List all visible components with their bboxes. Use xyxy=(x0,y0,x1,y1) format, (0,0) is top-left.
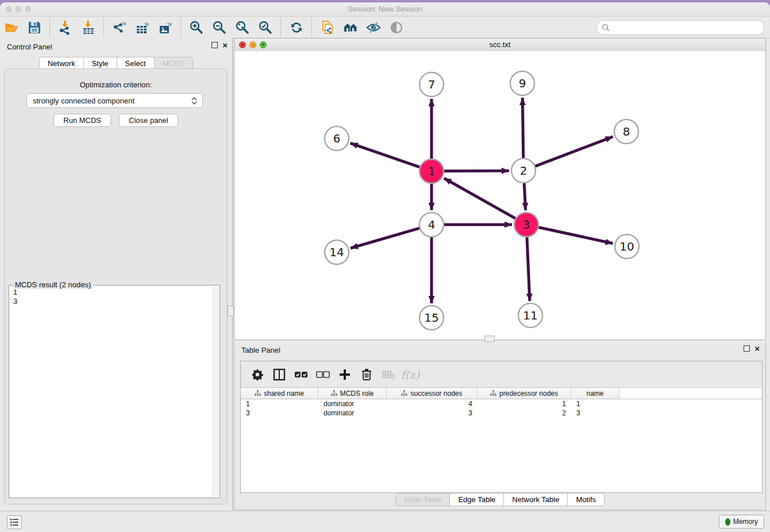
export-network-icon[interactable] xyxy=(111,19,128,36)
graph-edge-1-2[interactable] xyxy=(444,171,509,171)
float-table-panel-icon[interactable] xyxy=(744,345,750,352)
close-panel-icon[interactable]: × xyxy=(222,43,228,48)
create-column-icon[interactable] xyxy=(337,367,352,382)
result-scrollbar[interactable] xyxy=(213,286,219,497)
graph-node-3[interactable]: 3 xyxy=(514,213,538,237)
show-all-networks-icon[interactable] xyxy=(342,19,359,36)
graph-node-15[interactable]: 15 xyxy=(419,306,444,330)
table-panel-title: Table Panel xyxy=(241,346,280,354)
graph-node-9[interactable]: 9 xyxy=(510,71,534,95)
graph-node-10[interactable]: 10 xyxy=(615,234,639,259)
optimization-criterion-select[interactable]: strongly connected component xyxy=(26,93,203,108)
graph-edge-3-11[interactable] xyxy=(527,237,530,301)
close-panel-button[interactable]: Close panel xyxy=(119,114,178,127)
column-header-predecessor-nodes[interactable]: predecessor nodes xyxy=(478,388,571,399)
table-cell[interactable]: 3 xyxy=(571,409,619,417)
table-cell[interactable]: 3 xyxy=(241,409,318,417)
graph-edge-2-9[interactable] xyxy=(522,98,523,159)
search-input[interactable] xyxy=(610,22,764,33)
export-table-icon[interactable] xyxy=(134,19,151,36)
table-cell[interactable]: 1 xyxy=(571,400,619,408)
zoom-selected-icon[interactable] xyxy=(257,19,274,36)
select-stepper-icon xyxy=(188,97,202,105)
vertical-splitter-handle[interactable] xyxy=(228,306,234,316)
mcds-tab-content: Optimization criterion: strongly connect… xyxy=(4,68,228,504)
list-icon xyxy=(10,519,18,526)
optimization-criterion-label: Optimization criterion: xyxy=(5,80,227,89)
zoom-in-icon[interactable] xyxy=(188,19,205,36)
table-cell[interactable]: 2 xyxy=(478,409,571,417)
tab-network-table[interactable]: Network Table xyxy=(504,493,568,506)
table-cell[interactable]: 1 xyxy=(241,400,318,408)
table-cell[interactable]: dominator xyxy=(318,409,387,417)
table-cell[interactable]: dominator xyxy=(318,400,387,408)
table-cell[interactable]: 1 xyxy=(478,400,571,408)
graph-node-7[interactable]: 7 xyxy=(419,72,444,97)
table-cell[interactable]: 3 xyxy=(387,409,478,417)
graph-node-1[interactable]: 1 xyxy=(419,159,444,183)
show-graphics-details-icon[interactable] xyxy=(388,19,405,36)
save-session-icon[interactable] xyxy=(26,19,43,36)
application-window: Session: New Session xyxy=(0,2,770,532)
graph-node-8[interactable]: 8 xyxy=(614,119,638,144)
table-cell[interactable]: 4 xyxy=(387,400,478,408)
graph-node-4[interactable]: 4 xyxy=(419,213,444,237)
selected-criterion: strongly connected component xyxy=(27,97,188,105)
tab-edge-table[interactable]: Edge Table xyxy=(450,493,504,506)
column-header-successor-nodes[interactable]: successor nodes xyxy=(387,388,478,399)
graph-edge-2-3[interactable] xyxy=(524,183,526,210)
graph-edge-3-1[interactable] xyxy=(444,178,516,218)
apply-layout-icon[interactable] xyxy=(288,19,305,36)
desktop: Session: New Session xyxy=(0,0,770,532)
graph-edge-1-6[interactable] xyxy=(351,143,421,167)
hide-graphics-details-icon[interactable] xyxy=(365,19,382,36)
import-table-icon[interactable] xyxy=(80,19,97,36)
mcds-result-text[interactable]: 1 3 xyxy=(10,288,213,496)
network-canvas[interactable]: 1234678910111415 xyxy=(234,51,765,340)
column-header-shared-name[interactable]: shared name xyxy=(241,388,318,399)
memory-button[interactable]: Memory xyxy=(719,515,764,529)
unselect-all-columns-icon[interactable] xyxy=(315,367,330,382)
column-header-mcds-role[interactable]: MCDS role xyxy=(318,388,387,399)
network-window-titlebar: × − + scc.txt xyxy=(234,38,765,52)
delete-table-icon-disabled xyxy=(381,367,396,382)
graph-node-6[interactable]: 6 xyxy=(325,126,349,151)
show-columns-icon[interactable] xyxy=(272,367,287,382)
select-all-columns-icon[interactable] xyxy=(294,367,309,382)
svg-text:2: 2 xyxy=(520,164,528,178)
graph-edge-3-10[interactable] xyxy=(538,227,613,243)
table-body: 1dominator4113dominator323 xyxy=(241,399,762,418)
table-row[interactable]: 1dominator411 xyxy=(241,399,762,408)
graph-svg[interactable]: 1234678910111415 xyxy=(234,51,765,340)
table-toolbar: f(x) xyxy=(241,361,762,388)
graph-edge-4-14[interactable] xyxy=(351,228,420,248)
close-table-panel-icon[interactable]: × xyxy=(754,346,760,352)
svg-text:1: 1 xyxy=(428,164,436,178)
main-toolbar xyxy=(0,17,770,38)
import-network-icon[interactable] xyxy=(57,19,74,36)
toolbar-separator xyxy=(280,18,282,37)
tab-motifs[interactable]: Motifs xyxy=(568,493,605,506)
duplicate-network-icon[interactable] xyxy=(319,19,336,36)
run-mcds-button[interactable]: Run MCDS xyxy=(53,114,111,127)
table-settings-gear-icon[interactable] xyxy=(250,367,265,382)
export-image-icon[interactable] xyxy=(157,19,174,36)
float-panel-icon[interactable] xyxy=(211,42,218,48)
svg-text:10: 10 xyxy=(619,240,634,253)
delete-column-icon[interactable] xyxy=(359,367,374,382)
tab-node-table[interactable]: Node Table xyxy=(395,493,451,506)
task-history-button[interactable] xyxy=(7,515,22,529)
table-row[interactable]: 3dominator323 xyxy=(241,408,762,418)
zoom-fit-icon[interactable] xyxy=(234,19,251,36)
memory-status-icon xyxy=(725,518,730,526)
column-header-name[interactable]: name xyxy=(571,388,619,399)
horizontal-splitter-handle[interactable] xyxy=(484,336,495,342)
zoom-out-icon[interactable] xyxy=(211,19,228,36)
open-session-icon[interactable] xyxy=(3,19,20,36)
graph-node-14[interactable]: 14 xyxy=(325,240,349,264)
svg-text:9: 9 xyxy=(519,76,526,90)
graph-node-2[interactable]: 2 xyxy=(511,159,536,183)
control-panel: Control Panel × NetworkStyleSelectMCDS O… xyxy=(0,38,233,511)
graph-edge-2-8[interactable] xyxy=(535,137,613,167)
graph-node-11[interactable]: 11 xyxy=(518,303,542,327)
